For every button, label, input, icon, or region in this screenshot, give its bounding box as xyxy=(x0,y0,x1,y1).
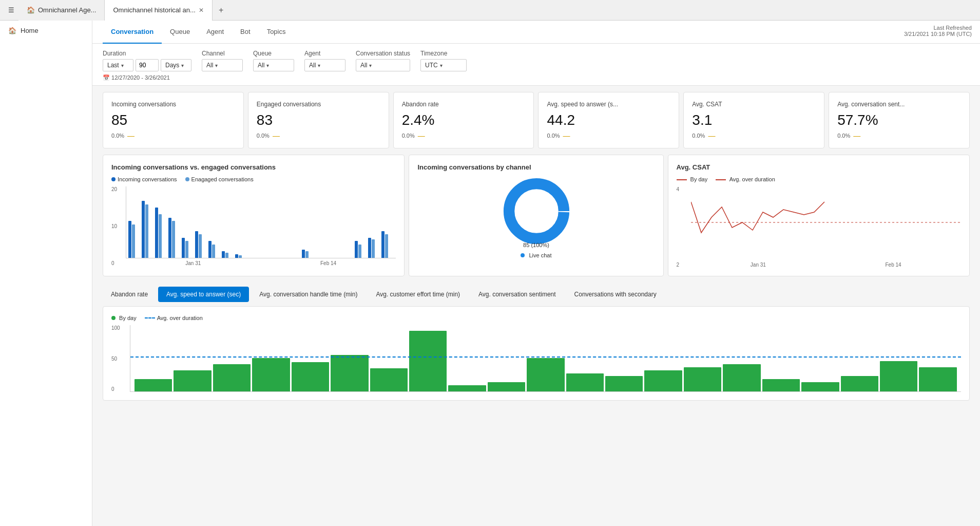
donut-svg xyxy=(501,176,572,246)
charts-row: Incoming conversations vs. engaged conve… xyxy=(92,155,980,283)
chevron-down-icon: ▾ xyxy=(440,63,443,68)
bottom-tab-4[interactable]: Avg. conversation sentiment xyxy=(470,287,564,302)
bottom-bar xyxy=(488,382,525,391)
duration-value-input[interactable] xyxy=(136,59,159,71)
timezone-filter: Timezone UTC ▾ xyxy=(420,50,467,71)
bottom-chart-area-wrapper: 100 50 0 xyxy=(130,325,961,392)
kpi-trend-icon-1: — xyxy=(273,132,280,140)
sidebar-home-label: Home xyxy=(21,27,39,34)
tab-agent[interactable]: Agent xyxy=(198,21,232,44)
engaged-bar xyxy=(358,245,361,258)
bottom-bar xyxy=(684,367,721,391)
tab-label-historical: Omnichannel historical an... xyxy=(113,6,195,14)
bottom-tab-2[interactable]: Avg. conversation handle time (min) xyxy=(251,287,366,302)
bottom-bar xyxy=(252,358,290,391)
bottom-tab-0[interactable]: Abandon rate xyxy=(103,287,156,302)
kpi-change-4: 0.0% xyxy=(692,133,705,139)
chevron-down-icon: ▾ xyxy=(121,63,124,68)
tab-topics[interactable]: Topics xyxy=(259,21,294,44)
bar-chart-title: Incoming conversations vs. engaged conve… xyxy=(111,163,396,171)
duration-preset-select[interactable]: Last ▾ xyxy=(103,59,133,71)
engaged-bar xyxy=(372,239,375,258)
kpi-change-2: 0.0% xyxy=(402,133,415,139)
kpi-card-5: Avg. conversation sent... 57.7% 0.0% — xyxy=(829,92,970,148)
kpi-card-1: Engaged conversations 83 0.0% — xyxy=(248,92,389,148)
bottom-tab-1[interactable]: Avg. speed to answer (sec) xyxy=(158,287,249,302)
incoming-bar xyxy=(155,208,158,258)
kpi-trend-icon-3: — xyxy=(563,132,570,140)
engaged-bar xyxy=(212,245,215,258)
tab-conversation[interactable]: Conversation xyxy=(103,21,162,44)
chevron-down-icon: ▾ xyxy=(181,63,184,68)
bottom-bar xyxy=(762,379,800,391)
channel-select[interactable]: All ▾ xyxy=(202,59,243,71)
kpi-title-4: Avg. CSAT xyxy=(692,101,816,108)
tab-omnichannel-agent[interactable]: 🏠 Omnichannel Age... xyxy=(18,0,105,21)
sidebar-item-home[interactable]: 🏠 Home xyxy=(0,21,92,41)
incoming-bar xyxy=(208,241,212,258)
bar-group xyxy=(142,201,154,258)
tab-omnichannel-historical[interactable]: Omnichannel historical an... ✕ xyxy=(105,0,212,21)
engaged-bar xyxy=(239,255,242,258)
kpi-row: Incoming conversations 85 0.0% — Engaged… xyxy=(92,86,980,155)
chevron-down-icon: ▾ xyxy=(215,63,218,68)
bottom-bar xyxy=(801,382,839,391)
agent-filter: Agent All ▾ xyxy=(304,50,345,71)
bar-group xyxy=(168,218,181,258)
conv-status-select[interactable]: All ▾ xyxy=(356,59,410,71)
kpi-card-4: Avg. CSAT 3.1 0.0% — xyxy=(683,92,824,148)
kpi-card-3: Avg. speed to answer (s... 44.2 0.0% — xyxy=(538,92,679,148)
tab-bar: ☰ 🏠 Omnichannel Age... Omnichannel histo… xyxy=(0,0,980,21)
incoming-bar xyxy=(368,238,371,258)
incoming-bar xyxy=(222,251,225,258)
chevron-down-icon: ▾ xyxy=(369,63,372,68)
menu-icon[interactable]: ☰ xyxy=(4,2,18,18)
bottom-bar xyxy=(723,364,760,391)
bar-group xyxy=(208,241,221,258)
kpi-title-3: Avg. speed to answer (s... xyxy=(547,101,670,108)
engaged-bar xyxy=(185,241,188,258)
donut-label: 85 (100%) xyxy=(523,242,549,248)
date-range: 📅 12/27/2020 - 3/26/2021 xyxy=(103,74,970,81)
bottom-bar xyxy=(880,361,917,391)
tab-queue[interactable]: Queue xyxy=(162,21,198,44)
duration-unit-select[interactable]: Days ▾ xyxy=(161,59,191,71)
add-tab-button[interactable]: + xyxy=(213,2,229,19)
agent-select[interactable]: All ▾ xyxy=(304,59,345,71)
incoming-bar xyxy=(355,241,358,258)
tab-bot[interactable]: Bot xyxy=(232,21,259,44)
bottom-bar xyxy=(409,331,447,391)
bottom-tab-5[interactable]: Conversations with secondary xyxy=(566,287,665,302)
bottom-bar xyxy=(527,358,564,391)
bar-group xyxy=(222,251,234,258)
kpi-footer-2: 0.0% — xyxy=(402,132,526,140)
channel-label: Channel xyxy=(202,50,243,57)
bar-group xyxy=(381,231,394,258)
bottom-tab-3[interactable]: Avg. customer effort time (min) xyxy=(368,287,468,302)
bar-group xyxy=(182,238,194,258)
bar-group xyxy=(368,238,380,258)
kpi-footer-4: 0.0% — xyxy=(692,132,816,140)
line-x-labels: Jan 31 Feb 14 xyxy=(691,262,961,268)
engaged-bar xyxy=(132,224,135,258)
chevron-down-icon: ▾ xyxy=(318,63,320,68)
kpi-value-4: 3.1 xyxy=(692,112,816,128)
line-chart-title: Avg. CSAT xyxy=(677,163,961,171)
last-refreshed-label: Last Refreshed xyxy=(904,25,972,31)
bottom-bar xyxy=(134,379,172,391)
kpi-footer-0: 0.0% — xyxy=(111,132,235,140)
duration-filter: Duration Last ▾ Days ▾ xyxy=(103,50,191,71)
bottom-bar xyxy=(841,376,878,391)
avg-line xyxy=(130,356,961,358)
queue-select[interactable]: All ▾ xyxy=(253,59,294,71)
incoming-bar xyxy=(381,231,385,258)
last-refreshed: Last Refreshed 3/21/2021 10:18 PM (UTC) xyxy=(904,25,972,37)
bottom-bar xyxy=(213,364,251,391)
filters-section: Duration Last ▾ Days ▾ Chann xyxy=(92,44,980,86)
timezone-select[interactable]: UTC ▾ xyxy=(420,59,467,71)
donut-chart-title: Incoming conversations by channel xyxy=(417,163,655,171)
kpi-footer-3: 0.0% — xyxy=(547,132,670,140)
bottom-bar xyxy=(448,385,486,391)
donut-chart-card: Incoming conversations by channel 85 (10… xyxy=(409,155,663,276)
close-icon[interactable]: ✕ xyxy=(199,7,204,14)
